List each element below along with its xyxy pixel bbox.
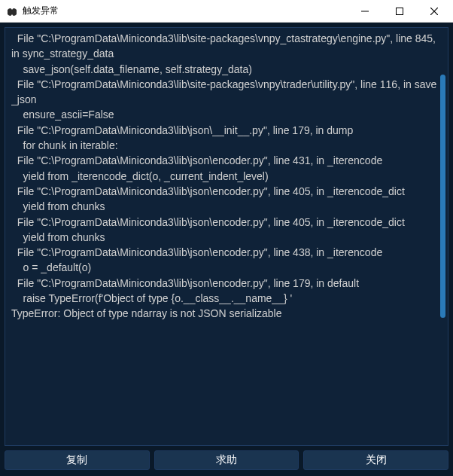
scrollbar-thumb[interactable] [440, 75, 445, 318]
minimize-button[interactable] [348, 0, 382, 22]
titlebar: 触发异常 [0, 0, 453, 23]
close-window-button[interactable] [417, 0, 451, 22]
maximize-icon [396, 8, 403, 15]
scrollbar-track[interactable] [440, 34, 445, 439]
maximize-button[interactable] [382, 0, 417, 22]
help-button[interactable]: 求助 [154, 450, 299, 470]
traceback-panel: File "C:\ProgramData\Miniconda3\lib\site… [5, 27, 448, 446]
copy-button[interactable]: 复制 [5, 450, 150, 470]
window-controls [348, 0, 451, 22]
window-title: 触发异常 [23, 5, 348, 17]
traceback-text: File "C:\ProgramData\Miniconda3\lib\site… [11, 31, 437, 322]
traceback-scroll[interactable]: File "C:\ProgramData\Miniconda3\lib\site… [11, 31, 437, 442]
minimize-icon [361, 8, 369, 15]
app-icon [6, 5, 18, 17]
client-area: File "C:\ProgramData\Miniconda3\lib\site… [0, 23, 453, 476]
svg-rect-0 [397, 8, 403, 14]
button-row: 复制 求助 关闭 [5, 446, 448, 471]
close-button[interactable]: 关闭 [303, 450, 448, 470]
close-icon [430, 8, 438, 15]
